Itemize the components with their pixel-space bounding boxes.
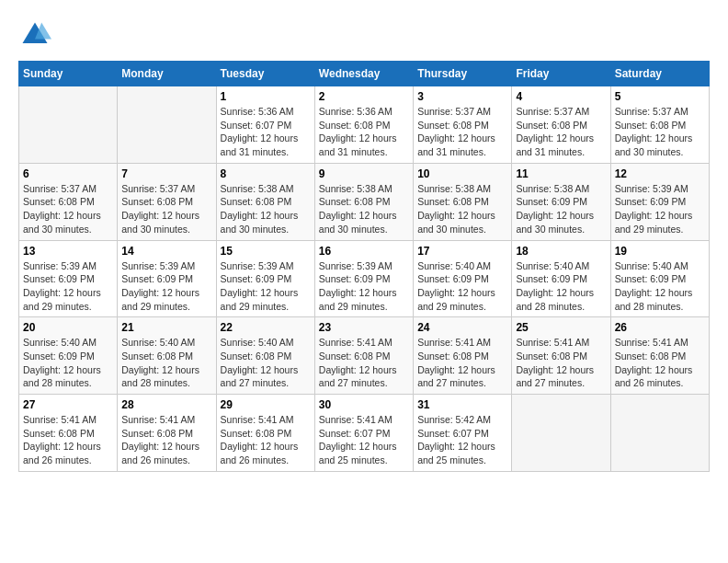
calendar-cell: 11Sunrise: 5:38 AMSunset: 6:09 PMDayligh… bbox=[512, 163, 610, 240]
day-info: Sunrise: 5:40 AMSunset: 6:08 PMDaylight:… bbox=[221, 336, 311, 390]
week-row: 27Sunrise: 5:41 AMSunset: 6:08 PMDayligh… bbox=[19, 395, 710, 472]
header-day: Thursday bbox=[414, 62, 512, 86]
calendar-cell: 12Sunrise: 5:39 AMSunset: 6:09 PMDayligh… bbox=[610, 163, 709, 240]
day-info: Sunrise: 5:40 AMSunset: 6:09 PMDaylight:… bbox=[23, 336, 113, 390]
calendar-cell: 20Sunrise: 5:40 AMSunset: 6:09 PMDayligh… bbox=[19, 317, 118, 395]
calendar-cell: 31Sunrise: 5:42 AMSunset: 6:07 PMDayligh… bbox=[414, 395, 512, 472]
day-number: 27 bbox=[23, 398, 113, 411]
calendar-cell: 21Sunrise: 5:40 AMSunset: 6:08 PMDayligh… bbox=[118, 317, 216, 395]
day-number: 17 bbox=[417, 245, 507, 258]
day-info: Sunrise: 5:40 AMSunset: 6:09 PMDaylight:… bbox=[417, 259, 507, 314]
header-row: SundayMondayTuesdayWednesdayThursdayFrid… bbox=[19, 62, 710, 86]
day-number: 20 bbox=[23, 321, 113, 334]
day-number: 1 bbox=[221, 90, 311, 103]
day-number: 14 bbox=[121, 245, 211, 258]
calendar-table: SundayMondayTuesdayWednesdayThursdayFrid… bbox=[18, 61, 710, 472]
day-number: 30 bbox=[319, 398, 409, 411]
day-number: 6 bbox=[23, 167, 113, 180]
header-day: Sunday bbox=[19, 62, 118, 86]
calendar-cell: 10Sunrise: 5:38 AMSunset: 6:08 PMDayligh… bbox=[414, 163, 512, 240]
day-info: Sunrise: 5:38 AMSunset: 6:08 PMDaylight:… bbox=[221, 182, 311, 236]
day-number: 16 bbox=[319, 245, 409, 258]
calendar-header: SundayMondayTuesdayWednesdayThursdayFrid… bbox=[19, 62, 710, 86]
day-info: Sunrise: 5:36 AMSunset: 6:07 PMDaylight:… bbox=[221, 105, 311, 159]
week-row: 1Sunrise: 5:36 AMSunset: 6:07 PMDaylight… bbox=[19, 86, 710, 164]
day-info: Sunrise: 5:39 AMSunset: 6:09 PMDaylight:… bbox=[121, 259, 211, 314]
calendar-cell bbox=[19, 86, 118, 164]
day-number: 29 bbox=[221, 398, 311, 411]
calendar-cell: 14Sunrise: 5:39 AMSunset: 6:09 PMDayligh… bbox=[118, 240, 216, 317]
calendar-cell: 23Sunrise: 5:41 AMSunset: 6:08 PMDayligh… bbox=[314, 317, 413, 395]
week-row: 6Sunrise: 5:37 AMSunset: 6:08 PMDaylight… bbox=[19, 163, 710, 240]
day-number: 5 bbox=[615, 90, 705, 103]
calendar-cell: 28Sunrise: 5:41 AMSunset: 6:08 PMDayligh… bbox=[118, 395, 216, 472]
page-header bbox=[18, 18, 710, 52]
day-number: 9 bbox=[319, 167, 409, 180]
day-info: Sunrise: 5:39 AMSunset: 6:09 PMDaylight:… bbox=[615, 182, 705, 236]
day-info: Sunrise: 5:38 AMSunset: 6:09 PMDaylight:… bbox=[516, 182, 606, 236]
calendar-cell: 7Sunrise: 5:37 AMSunset: 6:08 PMDaylight… bbox=[118, 163, 216, 240]
day-info: Sunrise: 5:39 AMSunset: 6:09 PMDaylight:… bbox=[319, 259, 409, 314]
day-info: Sunrise: 5:37 AMSunset: 6:08 PMDaylight:… bbox=[23, 182, 113, 236]
calendar-cell: 24Sunrise: 5:41 AMSunset: 6:08 PMDayligh… bbox=[414, 317, 512, 395]
day-info: Sunrise: 5:40 AMSunset: 6:09 PMDaylight:… bbox=[516, 259, 606, 314]
day-info: Sunrise: 5:39 AMSunset: 6:09 PMDaylight:… bbox=[23, 259, 113, 314]
calendar-cell: 9Sunrise: 5:38 AMSunset: 6:08 PMDaylight… bbox=[314, 163, 413, 240]
day-info: Sunrise: 5:37 AMSunset: 6:08 PMDaylight:… bbox=[516, 105, 606, 159]
calendar-cell: 4Sunrise: 5:37 AMSunset: 6:08 PMDaylight… bbox=[512, 86, 610, 164]
day-info: Sunrise: 5:37 AMSunset: 6:08 PMDaylight:… bbox=[615, 105, 705, 159]
day-info: Sunrise: 5:41 AMSunset: 6:08 PMDaylight:… bbox=[121, 413, 211, 467]
day-number: 22 bbox=[221, 321, 311, 334]
day-number: 31 bbox=[417, 398, 507, 411]
day-number: 7 bbox=[121, 167, 211, 180]
day-number: 24 bbox=[417, 321, 507, 334]
calendar-cell: 2Sunrise: 5:36 AMSunset: 6:08 PMDaylight… bbox=[314, 86, 413, 164]
day-number: 13 bbox=[23, 245, 113, 258]
calendar-cell: 15Sunrise: 5:39 AMSunset: 6:09 PMDayligh… bbox=[216, 240, 314, 317]
day-info: Sunrise: 5:39 AMSunset: 6:09 PMDaylight:… bbox=[221, 259, 311, 314]
day-info: Sunrise: 5:40 AMSunset: 6:08 PMDaylight:… bbox=[121, 336, 211, 390]
calendar-cell: 17Sunrise: 5:40 AMSunset: 6:09 PMDayligh… bbox=[414, 240, 512, 317]
day-number: 15 bbox=[221, 245, 311, 258]
calendar-cell: 25Sunrise: 5:41 AMSunset: 6:08 PMDayligh… bbox=[512, 317, 610, 395]
calendar-cell: 16Sunrise: 5:39 AMSunset: 6:09 PMDayligh… bbox=[314, 240, 413, 317]
calendar-cell bbox=[512, 395, 610, 472]
day-info: Sunrise: 5:36 AMSunset: 6:08 PMDaylight:… bbox=[319, 105, 409, 159]
calendar-cell bbox=[118, 86, 216, 164]
day-info: Sunrise: 5:41 AMSunset: 6:08 PMDaylight:… bbox=[319, 336, 409, 390]
calendar-cell: 3Sunrise: 5:37 AMSunset: 6:08 PMDaylight… bbox=[414, 86, 512, 164]
day-number: 18 bbox=[516, 245, 606, 258]
calendar-cell: 5Sunrise: 5:37 AMSunset: 6:08 PMDaylight… bbox=[610, 86, 709, 164]
day-number: 2 bbox=[319, 90, 409, 103]
header-day: Friday bbox=[512, 62, 610, 86]
calendar-cell: 13Sunrise: 5:39 AMSunset: 6:09 PMDayligh… bbox=[19, 240, 118, 317]
day-info: Sunrise: 5:41 AMSunset: 6:08 PMDaylight:… bbox=[516, 336, 606, 390]
day-info: Sunrise: 5:42 AMSunset: 6:07 PMDaylight:… bbox=[417, 413, 507, 467]
day-info: Sunrise: 5:41 AMSunset: 6:08 PMDaylight:… bbox=[221, 413, 311, 467]
calendar-cell bbox=[610, 395, 709, 472]
header-day: Saturday bbox=[610, 62, 709, 86]
day-number: 12 bbox=[615, 167, 705, 180]
logo-icon bbox=[18, 18, 51, 52]
day-info: Sunrise: 5:41 AMSunset: 6:08 PMDaylight:… bbox=[23, 413, 113, 467]
logo bbox=[18, 18, 55, 52]
day-info: Sunrise: 5:38 AMSunset: 6:08 PMDaylight:… bbox=[319, 182, 409, 236]
day-info: Sunrise: 5:41 AMSunset: 6:08 PMDaylight:… bbox=[615, 336, 705, 390]
calendar-body: 1Sunrise: 5:36 AMSunset: 6:07 PMDaylight… bbox=[19, 86, 710, 472]
header-day: Wednesday bbox=[314, 62, 413, 86]
day-number: 28 bbox=[121, 398, 211, 411]
day-number: 4 bbox=[516, 90, 606, 103]
calendar-cell: 22Sunrise: 5:40 AMSunset: 6:08 PMDayligh… bbox=[216, 317, 314, 395]
day-info: Sunrise: 5:41 AMSunset: 6:07 PMDaylight:… bbox=[319, 413, 409, 467]
calendar-cell: 6Sunrise: 5:37 AMSunset: 6:08 PMDaylight… bbox=[19, 163, 118, 240]
day-number: 21 bbox=[121, 321, 211, 334]
day-info: Sunrise: 5:37 AMSunset: 6:08 PMDaylight:… bbox=[417, 105, 507, 159]
day-info: Sunrise: 5:40 AMSunset: 6:09 PMDaylight:… bbox=[615, 259, 705, 314]
day-number: 25 bbox=[516, 321, 606, 334]
calendar-cell: 1Sunrise: 5:36 AMSunset: 6:07 PMDaylight… bbox=[216, 86, 314, 164]
calendar-cell: 27Sunrise: 5:41 AMSunset: 6:08 PMDayligh… bbox=[19, 395, 118, 472]
header-day: Tuesday bbox=[216, 62, 314, 86]
day-number: 3 bbox=[417, 90, 507, 103]
week-row: 20Sunrise: 5:40 AMSunset: 6:09 PMDayligh… bbox=[19, 317, 710, 395]
day-number: 10 bbox=[417, 167, 507, 180]
